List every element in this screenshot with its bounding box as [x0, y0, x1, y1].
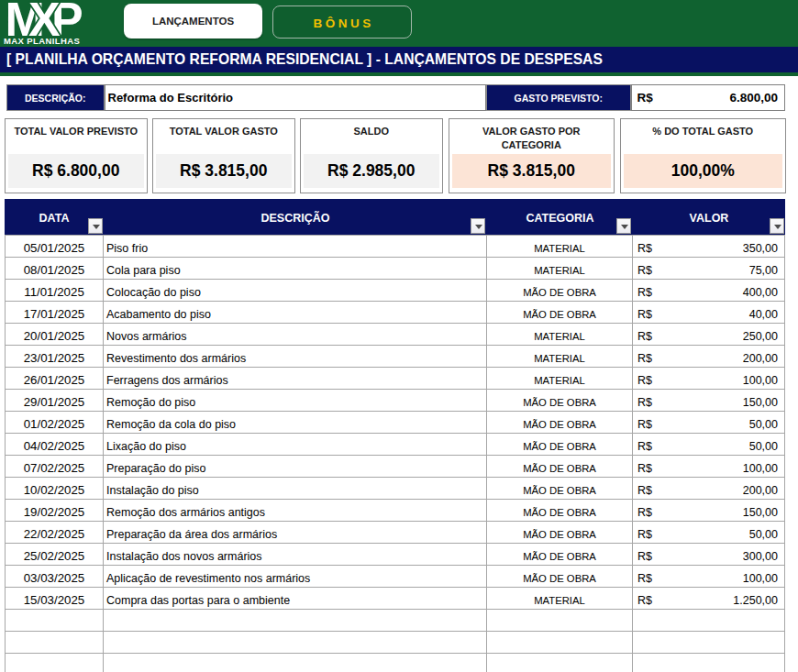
svg-text:X: X — [28, 0, 61, 40]
